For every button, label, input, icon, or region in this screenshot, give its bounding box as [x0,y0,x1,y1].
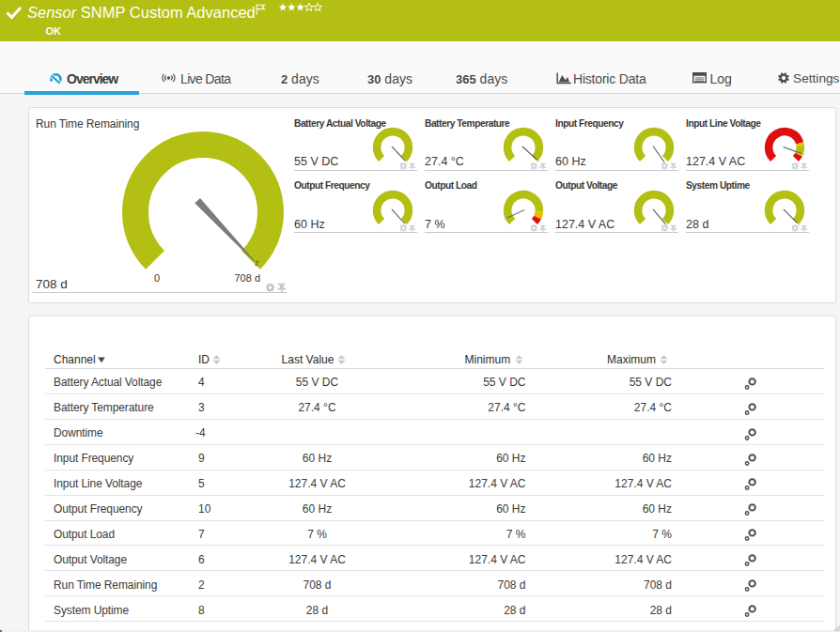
svg-text:z: z [255,257,259,268]
